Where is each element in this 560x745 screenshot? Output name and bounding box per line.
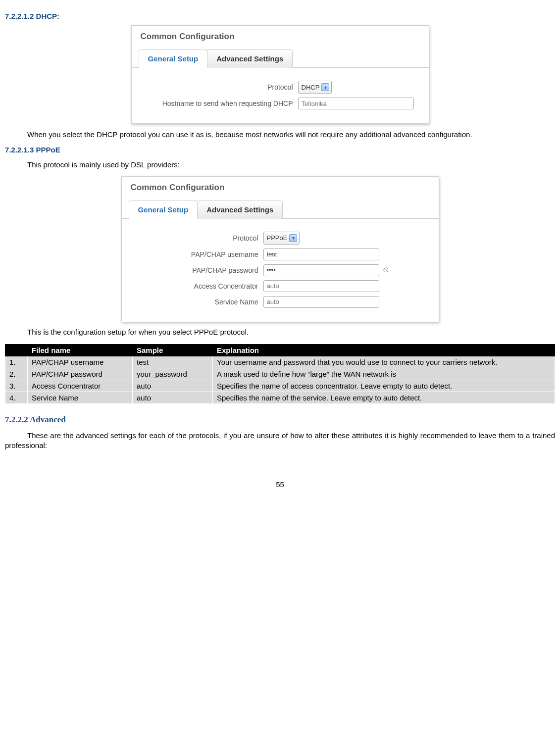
protocol-label: Protocol (140, 83, 298, 91)
cell-name: Access Concentrator (28, 380, 133, 392)
tabs: General Setup Advanced Settings (132, 49, 429, 68)
tab-advanced-settings[interactable]: Advanced Settings (207, 49, 293, 68)
cell-name: PAP/CHAP username (28, 356, 133, 368)
pppoe-intro-paragraph: This protocol is mainly used by DSL prov… (5, 160, 555, 170)
hostname-input[interactable] (298, 98, 414, 109)
username-row: PAP/CHAP username (130, 248, 431, 260)
password-label: PAP/CHAP password (130, 266, 263, 274)
th-name: Filed name (28, 344, 133, 356)
protocol-value: PPPoE (267, 234, 288, 242)
username-input[interactable] (263, 248, 379, 260)
table-row: 3. Access Concentrator auto Specifies th… (5, 380, 555, 392)
th-blank (5, 344, 28, 356)
pppoe-config-panel: Common Configuration General Setup Advan… (121, 176, 439, 322)
table-row: 2. PAP/CHAP password your_password A mas… (5, 368, 555, 380)
th-sample: Sample (133, 344, 213, 356)
protocol-value: DHCP (302, 84, 320, 91)
heading-advanced: 7.2.2.2 Advanced (5, 415, 555, 425)
chevron-down-icon: ▾ (289, 234, 297, 242)
cell-num: 1. (5, 356, 28, 368)
hostname-label: Hostname to send when requesting DHCP (140, 99, 298, 107)
service-name-row: Service Name (130, 296, 431, 308)
cell-sample: test (133, 356, 213, 368)
password-input[interactable] (263, 264, 379, 276)
cell-sample: auto (133, 392, 213, 403)
form-area: Protocol DHCP ▾ Hostname to send when re… (132, 68, 429, 123)
cell-sample: your_password (133, 368, 213, 380)
access-concentrator-label: Access Concentrator (130, 282, 263, 290)
eye-off-icon[interactable]: ⦰ (383, 266, 389, 275)
advanced-paragraph: These are the advanced settings for each… (5, 431, 555, 451)
tab-advanced-settings[interactable]: Advanced Settings (197, 200, 283, 219)
cell-sample: auto (133, 380, 213, 392)
username-label: PAP/CHAP username (130, 250, 263, 258)
heading-pppoe: 7.2.2.1.3 PPPoE (5, 146, 555, 154)
chevron-down-icon: ▾ (321, 83, 329, 91)
pppoe-panel-wrap: Common Configuration General Setup Advan… (5, 176, 555, 322)
cell-num: 2. (5, 368, 28, 380)
protocol-select[interactable]: DHCP ▾ (298, 81, 332, 94)
hostname-row: Hostname to send when requesting DHCP (140, 98, 421, 109)
access-concentrator-row: Access Concentrator (130, 280, 431, 292)
cell-expl: Specifies the name of access concentrato… (213, 380, 555, 392)
tabs: General Setup Advanced Settings (122, 199, 439, 219)
cell-expl: Specifies the name of the service. Leave… (213, 392, 555, 403)
dhcp-panel-wrap: Common Configuration General Setup Advan… (5, 25, 555, 124)
protocol-row: Protocol DHCP ▾ (140, 81, 421, 94)
access-concentrator-input[interactable] (263, 280, 379, 292)
form-area: Protocol PPPoE ▾ PAP/CHAP username PAP/C… (122, 219, 439, 322)
protocol-row: Protocol PPPoE ▾ (130, 232, 431, 245)
pppoe-caption-paragraph: This is the configuration setup for when… (5, 327, 555, 337)
pppoe-fields-table: Filed name Sample Explanation 1. PAP/CHA… (5, 344, 555, 404)
cell-expl: A mask used to define how “large” the WA… (213, 368, 555, 380)
dhcp-config-panel: Common Configuration General Setup Advan… (131, 25, 429, 124)
cell-name: Service Name (28, 392, 133, 403)
panel-title: Common Configuration (122, 177, 439, 199)
protocol-label: Protocol (130, 234, 263, 242)
table-row: 4. Service Name auto Specifies the name … (5, 392, 555, 403)
th-expl: Explanation (213, 344, 555, 356)
cell-expl: Your username and password that you woul… (213, 356, 555, 368)
service-name-input[interactable] (263, 296, 379, 308)
tab-general-setup[interactable]: General Setup (129, 200, 198, 219)
password-row: PAP/CHAP password ⦰ (130, 264, 431, 276)
cell-num: 4. (5, 392, 28, 403)
cell-name: PAP/CHAP password (28, 368, 133, 380)
page-number: 55 (5, 480, 555, 489)
cell-num: 3. (5, 380, 28, 392)
protocol-select[interactable]: PPPoE ▾ (263, 232, 300, 245)
table-row: 1. PAP/CHAP username test Your username … (5, 356, 555, 368)
tab-general-setup[interactable]: General Setup (139, 49, 208, 68)
heading-dhcp: 7.2.2.1.2 DHCP: (5, 12, 555, 20)
service-name-label: Service Name (130, 298, 263, 306)
dhcp-paragraph: When you select the DHCP protocol you ca… (5, 130, 555, 140)
panel-title: Common Configuration (132, 26, 429, 49)
